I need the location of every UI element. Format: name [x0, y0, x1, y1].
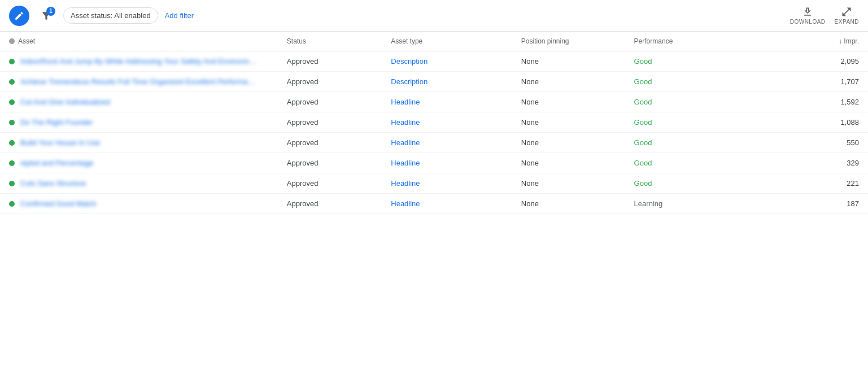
table-row: Cut And Give Individualized Approved Hea…	[0, 92, 868, 112]
asset-cell-6: Cuts Sans Structure	[0, 173, 278, 194]
filter-button[interactable]: 1	[36, 6, 56, 26]
impressions-cell-1: 1,707	[781, 72, 868, 92]
toolbar-right: DOWNLOAD EXPAND	[790, 6, 859, 25]
asset-cell-1: Achieve Tremendous Results Full Time Org…	[0, 72, 278, 92]
status-cell-4: Approved	[278, 133, 382, 153]
asset-type-cell-7[interactable]: Headline	[382, 194, 512, 214]
status-dot-5	[9, 160, 15, 166]
status-cell-5: Approved	[278, 153, 382, 173]
add-filter-button[interactable]: Add filter	[165, 11, 194, 20]
status-cell-6: Approved	[278, 173, 382, 194]
asset-type-cell-5[interactable]: Headline	[382, 153, 512, 173]
impressions-cell-2: 1,592	[781, 92, 868, 112]
performance-cell-3: Good	[625, 112, 782, 133]
table-row: Cuts Sans Structure Approved Headline No…	[0, 173, 868, 194]
asset-type-cell-1[interactable]: Description	[382, 72, 512, 92]
col-header-performance: Performance	[625, 32, 782, 51]
status-cell-7: Approved	[278, 194, 382, 214]
download-button[interactable]: DOWNLOAD	[790, 6, 826, 25]
edit-button[interactable]	[9, 6, 29, 26]
performance-cell-1: Good	[625, 72, 782, 92]
table-row: Build Your House In Use Approved Headlin…	[0, 133, 868, 153]
status-dot-7	[9, 201, 15, 207]
table-row: styled and Percentage Approved Headline …	[0, 153, 868, 173]
col-header-impressions[interactable]: ↓ Impr.	[781, 32, 868, 51]
impressions-cell-0: 2,095	[781, 51, 868, 72]
performance-cell-7: Learning	[625, 194, 782, 214]
asset-type-cell-0[interactable]: Description	[382, 51, 512, 72]
pinning-cell-4: None	[512, 133, 625, 153]
col-header-position-pinning: Position pinning	[512, 32, 625, 51]
sort-arrow: ↓	[839, 37, 844, 45]
expand-button[interactable]: EXPAND	[835, 6, 859, 25]
status-dot-1	[9, 79, 15, 85]
toolbar: 1 Asset status: All enabled Add filter D…	[0, 0, 868, 32]
impressions-cell-6: 221	[781, 173, 868, 194]
impressions-cell-3: 1,088	[781, 112, 868, 133]
pinning-cell-6: None	[512, 173, 625, 194]
asset-cell-4: Build Your House In Use	[0, 133, 278, 153]
asset-name-3[interactable]: Do The Right Founder	[20, 118, 93, 127]
status-cell-2: Approved	[278, 92, 382, 112]
pinning-cell-5: None	[512, 153, 625, 173]
table-row: Achieve Tremendous Results Full Time Org…	[0, 72, 868, 92]
performance-cell-2: Good	[625, 92, 782, 112]
pinning-cell-2: None	[512, 92, 625, 112]
pinning-cell-7: None	[512, 194, 625, 214]
asset-cell-2: Cut And Give Individualized	[0, 92, 278, 112]
asset-type-cell-3[interactable]: Headline	[382, 112, 512, 133]
pinning-cell-0: None	[512, 51, 625, 72]
expand-label: EXPAND	[835, 19, 859, 25]
asset-type-cell-6[interactable]: Headline	[382, 173, 512, 194]
performance-cell-5: Good	[625, 153, 782, 173]
status-dot-3	[9, 120, 15, 125]
table-header: Asset Status Asset type Position pinning…	[0, 32, 868, 51]
status-cell-3: Approved	[278, 112, 382, 133]
asset-name-7[interactable]: Confirmed Good Match	[20, 199, 96, 208]
col-header-asset: Asset	[0, 32, 278, 51]
status-dot-0	[9, 59, 15, 64]
status-dot-6	[9, 181, 15, 186]
pinning-cell-1: None	[512, 72, 625, 92]
asset-name-5[interactable]: styled and Percentage	[20, 159, 93, 167]
impressions-cell-4: 550	[781, 133, 868, 153]
performance-cell-4: Good	[625, 133, 782, 153]
asset-cell-5: styled and Percentage	[0, 153, 278, 173]
filter-badge-count: 1	[46, 7, 55, 16]
status-cell-0: Approved	[278, 51, 382, 72]
asset-name-4[interactable]: Build Your House In Use	[20, 138, 100, 147]
asset-name-1[interactable]: Achieve Tremendous Results Full Time Org…	[20, 77, 258, 86]
asset-type-cell-2[interactable]: Headline	[382, 92, 512, 112]
impressions-cell-5: 329	[781, 153, 868, 173]
asset-name-0[interactable]: IndoorRock And Jump By While Addressing …	[20, 57, 258, 66]
status-dot-4	[9, 140, 15, 146]
download-label: DOWNLOAD	[790, 19, 826, 25]
table-body: IndoorRock And Jump By While Addressing …	[0, 51, 868, 214]
asset-name-6[interactable]: Cuts Sans Structure	[20, 179, 86, 188]
performance-cell-6: Good	[625, 173, 782, 194]
table-row: Do The Right Founder Approved Headline N…	[0, 112, 868, 133]
status-filter-button[interactable]: Asset status: All enabled	[63, 7, 158, 24]
status-cell-1: Approved	[278, 72, 382, 92]
asset-type-cell-4[interactable]: Headline	[382, 133, 512, 153]
pinning-cell-3: None	[512, 112, 625, 133]
col-header-asset-type: Asset type	[382, 32, 512, 51]
performance-cell-0: Good	[625, 51, 782, 72]
asset-cell-0: IndoorRock And Jump By While Addressing …	[0, 51, 278, 72]
asset-cell-3: Do The Right Founder	[0, 112, 278, 133]
col-header-status: Status	[278, 32, 382, 51]
assets-table: Asset Status Asset type Position pinning…	[0, 32, 868, 214]
table-row: IndoorRock And Jump By While Addressing …	[0, 51, 868, 72]
table-row: Confirmed Good Match Approved Headline N…	[0, 194, 868, 214]
asset-cell-7: Confirmed Good Match	[0, 194, 278, 214]
asset-name-2[interactable]: Cut And Give Individualized	[20, 98, 110, 106]
header-dot	[9, 38, 15, 44]
status-dot-2	[9, 99, 15, 105]
assets-table-container: Asset Status Asset type Position pinning…	[0, 32, 868, 214]
impressions-cell-7: 187	[781, 194, 868, 214]
